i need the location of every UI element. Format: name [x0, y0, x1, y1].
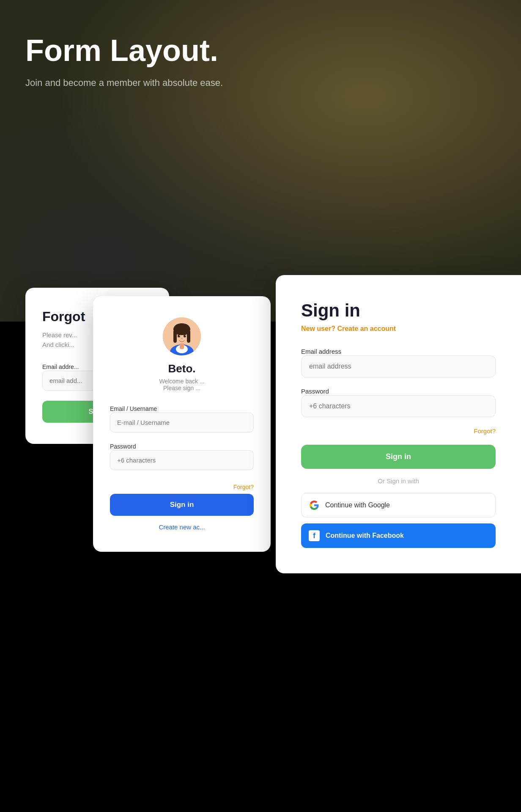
- svg-point-10: [179, 335, 180, 336]
- svg-rect-3: [180, 343, 184, 349]
- hero-title: Form Layout.: [25, 34, 496, 67]
- welcome-signin-button[interactable]: Sign in: [110, 494, 254, 516]
- welcome-forgot-link[interactable]: Forgot?: [110, 484, 254, 490]
- facebook-button-label: Continue with Facebook: [326, 532, 404, 539]
- bottom-banner: 1-Click Account Form Template Import 🤩: [0, 787, 521, 812]
- svg-point-8: [178, 335, 180, 338]
- signin-button[interactable]: Sign in: [301, 445, 496, 469]
- welcome-password-input[interactable]: [110, 450, 254, 470]
- hero-section: Form Layout. Join and become a member wi…: [0, 0, 521, 322]
- facebook-signin-button[interactable]: f Continue with Facebook: [301, 523, 496, 548]
- svg-point-12: [181, 338, 183, 339]
- facebook-icon: f: [309, 530, 320, 541]
- cards-area: Forgot Please rev...And clicki... Email …: [0, 322, 521, 787]
- svg-point-11: [185, 335, 186, 336]
- welcome-password-label: Password: [110, 443, 136, 450]
- welcome-name: Beto.: [110, 362, 254, 375]
- or-divider: Or Sign in with: [301, 477, 496, 484]
- welcome-email-input[interactable]: [110, 413, 254, 432]
- signin-email-input[interactable]: [301, 355, 496, 377]
- hero-subtitle: Join and become a member with absolute e…: [25, 76, 496, 90]
- svg-rect-7: [187, 330, 190, 343]
- signin-title: Sign in: [301, 300, 496, 321]
- signin-email-label: Email address: [301, 348, 341, 355]
- google-button-label: Continue with Google: [325, 501, 390, 509]
- svg-point-9: [184, 335, 186, 338]
- signin-password-input[interactable]: [301, 395, 496, 417]
- welcome-msg: Welcome back ...Please sign ...: [110, 378, 254, 391]
- card-welcome: Beto. Welcome back ...Please sign ... Em…: [93, 296, 271, 552]
- signin-forgot-link[interactable]: Forgot?: [301, 427, 496, 435]
- google-icon: [309, 500, 319, 510]
- forgot-email-label: Email addre...: [42, 363, 79, 370]
- google-signin-button[interactable]: Continue with Google: [301, 493, 496, 517]
- welcome-create-link[interactable]: Create new ac...: [110, 523, 254, 531]
- avatar: [163, 317, 201, 355]
- svg-rect-6: [173, 330, 177, 343]
- hero-content: Form Layout. Join and become a member wi…: [0, 0, 521, 107]
- avatar-wrapper: [110, 317, 254, 355]
- signin-password-label: Password: [301, 388, 329, 395]
- signin-subtitle: New user? Create an account: [301, 325, 496, 333]
- card-signin: Sign in New user? Create an account Emai…: [276, 275, 521, 573]
- welcome-email-label: Email / Username: [110, 405, 157, 412]
- create-account-link[interactable]: Create an account: [337, 325, 396, 332]
